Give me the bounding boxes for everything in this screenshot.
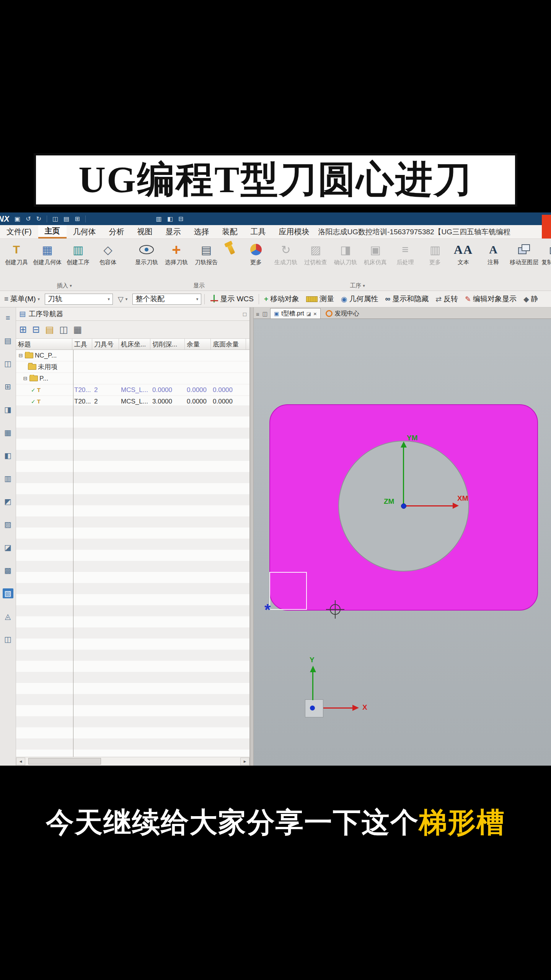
column-cut-depth[interactable]: 切削深... xyxy=(150,339,185,350)
copy-icon[interactable] xyxy=(64,216,69,222)
create-operation-button[interactable]: 创建工序 xyxy=(63,240,93,281)
tab-geometry[interactable]: 几何体 xyxy=(67,225,103,238)
table-row-operation[interactable]: T20... 2 MCS_L... 0.0000 0.0000 0.0000 xyxy=(16,384,249,396)
menu-file[interactable]: 文件(F) xyxy=(0,225,38,238)
annotation-button[interactable]: 注释 xyxy=(478,240,508,281)
move-to-layer-button[interactable]: 移动至图层 xyxy=(508,240,540,281)
bounding-body-button[interactable]: 包容体 xyxy=(93,240,123,281)
column-tool-number[interactable]: 刀具号 xyxy=(92,339,119,350)
measure-button[interactable]: 测量 xyxy=(304,293,336,305)
column-title[interactable]: 标题 xyxy=(16,339,72,350)
assembly-scope-select[interactable]: 整个装配 xyxy=(132,294,201,305)
wcs-x-axis[interactable] xyxy=(404,505,453,506)
window-icon[interactable] xyxy=(52,216,58,222)
paste-icon[interactable] xyxy=(75,216,80,222)
find-icon[interactable] xyxy=(59,324,68,335)
undock-icon[interactable] xyxy=(243,311,246,317)
table-row[interactable]: 未用项 xyxy=(16,361,249,373)
export-icon[interactable] xyxy=(19,324,27,335)
selection-scope-select[interactable]: 刀轨 xyxy=(45,294,113,305)
gouge-check-button[interactable]: 过切检查 xyxy=(301,240,331,281)
show-toolpath-button[interactable]: 显示刀轨 xyxy=(132,240,161,281)
tab-layout-icon[interactable] xyxy=(262,310,268,317)
tab-home[interactable]: 主页 xyxy=(38,225,67,238)
tab-application[interactable]: 应用模块 xyxy=(272,225,316,238)
machine-simulation-button[interactable]: 机床仿真 xyxy=(360,240,390,281)
scroll-right-button[interactable] xyxy=(240,758,249,765)
create-tool-button[interactable]: 创建刀具 xyxy=(2,240,31,281)
wcs-y-axis[interactable] xyxy=(403,447,404,506)
operation-navigator-icon[interactable] xyxy=(3,588,13,598)
collapse-icon[interactable] xyxy=(18,353,23,358)
create-geometry-button[interactable]: 创建几何体 xyxy=(31,240,63,281)
group-label-operation[interactable]: 工序 xyxy=(269,281,445,291)
column-mcs[interactable]: 机床坐... xyxy=(119,339,150,350)
history-icon[interactable] xyxy=(3,428,13,438)
copy-to-layer-button[interactable]: 复制至图层 xyxy=(540,240,551,281)
sidebar-icon-10[interactable] xyxy=(3,519,13,529)
move-object-button[interactable]: 移动对象 xyxy=(262,293,301,305)
window-layout-icon[interactable] xyxy=(167,216,173,222)
column-floor-stock[interactable]: 底面余量 xyxy=(211,339,246,350)
group-label-display[interactable]: 显示 xyxy=(130,281,268,291)
sidebar-icon-9[interactable] xyxy=(3,497,13,506)
tab-assembly[interactable]: 装配 xyxy=(216,225,244,238)
reuse-library-icon[interactable] xyxy=(3,382,13,392)
tab-selection[interactable]: 选择 xyxy=(187,225,216,238)
wcs-origin[interactable] xyxy=(401,503,406,509)
save-icon[interactable] xyxy=(15,216,20,222)
tab-analysis[interactable]: 分析 xyxy=(103,225,131,238)
flashlight-button[interactable] xyxy=(221,240,241,281)
part-navigator-icon[interactable] xyxy=(3,359,13,369)
invert-button[interactable]: 反转 xyxy=(434,293,460,305)
sidebar-icon-11[interactable] xyxy=(3,542,13,552)
horizontal-scrollbar[interactable] xyxy=(16,757,249,766)
select-toolpath-button[interactable]: 选择刀轨 xyxy=(161,240,191,281)
sidebar-icon-12[interactable] xyxy=(3,565,13,575)
operation-more-button[interactable]: 更多 xyxy=(420,240,450,281)
show-hide-button[interactable]: 显示和隐藏 xyxy=(383,293,431,305)
postprocess-button[interactable]: 后处理 xyxy=(390,240,420,281)
filter-icon[interactable] xyxy=(73,324,82,335)
column-tool[interactable]: 工具 xyxy=(72,339,92,350)
display-more-button[interactable]: 更多 xyxy=(241,240,271,281)
generate-toolpath-button[interactable]: 生成刀轨 xyxy=(271,240,301,281)
import-icon[interactable] xyxy=(32,324,40,335)
toolpath-report-button[interactable]: 刀轨报告 xyxy=(191,240,221,281)
sidebar-icon-8[interactable] xyxy=(3,474,13,483)
discovery-center-tab[interactable]: 发现中心 xyxy=(322,309,363,318)
panel-splitter[interactable] xyxy=(250,307,254,766)
tab-view[interactable]: 视图 xyxy=(131,225,159,238)
table-row[interactable]: P... xyxy=(16,373,249,384)
undo-icon[interactable] xyxy=(26,216,31,222)
group-label-insert[interactable]: 插入 xyxy=(0,281,129,291)
tab-display[interactable]: 显示 xyxy=(159,225,187,238)
collapse-icon[interactable] xyxy=(23,376,28,381)
columns-icon[interactable] xyxy=(45,324,54,335)
verify-toolpath-button[interactable]: 确认刀轨 xyxy=(331,240,360,281)
tab-list-icon[interactable] xyxy=(256,311,259,317)
scrollbar-track[interactable] xyxy=(25,758,240,765)
view-manager-icon[interactable] xyxy=(3,405,13,415)
help-icon[interactable] xyxy=(178,216,183,222)
touch-mode-icon[interactable] xyxy=(156,216,162,222)
constraint-navigator-icon[interactable] xyxy=(3,336,13,346)
sidebar-icon-7[interactable] xyxy=(3,451,13,461)
menu-button[interactable]: 菜单(M) xyxy=(2,293,42,305)
geometry-properties-button[interactable]: 几何属性 xyxy=(339,293,380,305)
close-icon[interactable] xyxy=(313,310,317,317)
redo-icon[interactable] xyxy=(36,216,41,222)
tab-tools[interactable]: 工具 xyxy=(244,225,272,238)
table-row[interactable]: NC_P... xyxy=(16,350,249,361)
filter-button[interactable] xyxy=(116,294,129,305)
assembly-navigator-icon[interactable] xyxy=(3,313,13,323)
text-button[interactable]: 文本 xyxy=(448,240,478,281)
static-wireframe-button[interactable]: 静 xyxy=(522,293,540,305)
edit-object-display-button[interactable]: 编辑对象显示 xyxy=(463,293,518,305)
column-stock[interactable]: 余量 xyxy=(185,339,211,350)
show-wcs-button[interactable]: 显示 WCS xyxy=(208,293,256,305)
scroll-left-button[interactable] xyxy=(16,758,25,765)
sidebar-icon-15[interactable] xyxy=(3,634,13,644)
part-tab-active[interactable]: t型槽.prt xyxy=(270,308,321,318)
sidebar-icon-14[interactable] xyxy=(3,611,13,621)
